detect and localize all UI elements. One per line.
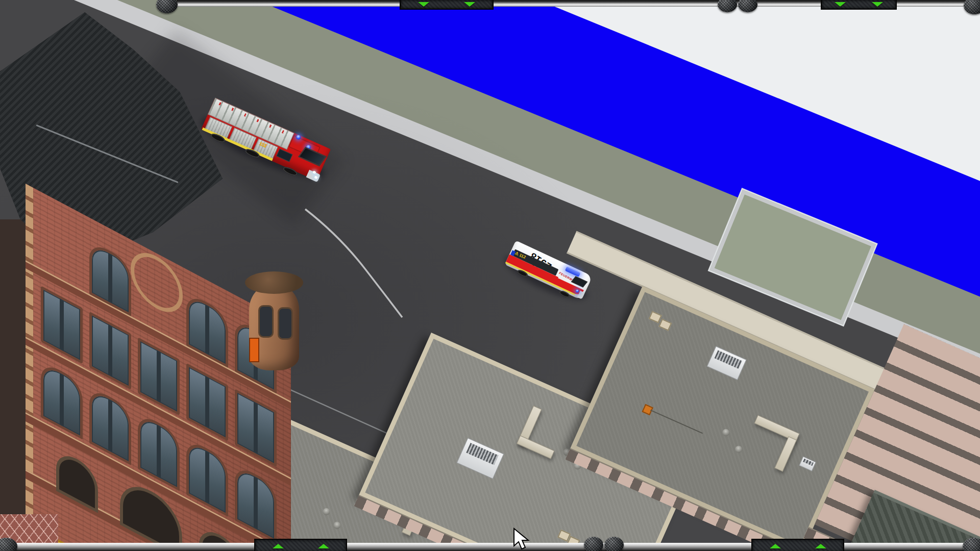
- bottom-scroll-panel-1[interactable]: [254, 539, 347, 551]
- roof-vent: [322, 507, 331, 516]
- oculus-window: [131, 243, 183, 322]
- roof-box: [799, 456, 816, 471]
- bottom-scroll-panel-2[interactable]: [751, 539, 844, 551]
- scroll-up-icon[interactable]: [273, 544, 284, 548]
- roof-box: [658, 319, 672, 331]
- roof-duct: [774, 436, 797, 471]
- bottom-bar-knob: [584, 537, 603, 551]
- turret-window: [278, 307, 293, 340]
- ac-unit: [707, 346, 747, 380]
- mouse-cursor: [512, 528, 530, 551]
- ac-unit: [456, 438, 504, 479]
- roof-ridge: [36, 124, 178, 183]
- brick-building[interactable]: [26, 184, 291, 551]
- scroll-down-icon[interactable]: [418, 2, 429, 7]
- scroll-up-icon[interactable]: [770, 544, 781, 548]
- roof-vent: [734, 444, 743, 454]
- scroll-up-icon[interactable]: [318, 544, 329, 548]
- scroll-up-icon[interactable]: [815, 544, 826, 548]
- game-screen: { "app": {"name": "Emergency rescue simu…: [0, 0, 980, 551]
- facade-quoins: [26, 184, 33, 551]
- roof-vent: [721, 428, 730, 437]
- turret-window: [258, 305, 274, 338]
- top-scroll-panel-2[interactable]: [821, 0, 897, 10]
- scroll-down-icon[interactable]: [872, 2, 883, 7]
- scroll-down-icon[interactable]: [464, 2, 475, 7]
- roof-box: [649, 311, 662, 323]
- roof-duct: [517, 435, 555, 459]
- scroll-down-icon[interactable]: [835, 2, 846, 7]
- game-world[interactable]: 112 HH- 2918 ⚠ 112 FEUERWEHR: [0, 0, 980, 551]
- top-scroll-panel-1[interactable]: [400, 0, 494, 10]
- roof-vent: [332, 520, 341, 530]
- roof-wire: [650, 410, 703, 434]
- bottom-bar-knob: [604, 537, 624, 551]
- corner-turret: [249, 284, 299, 370]
- orange-sign: [249, 338, 259, 362]
